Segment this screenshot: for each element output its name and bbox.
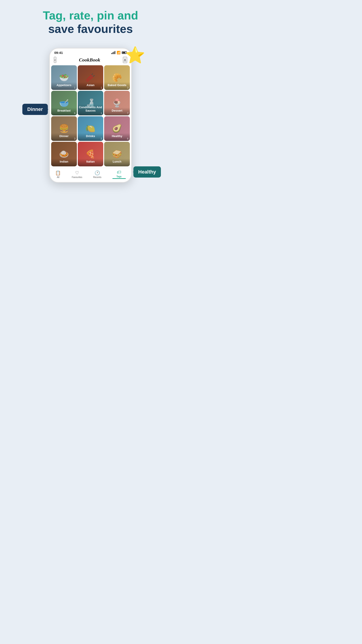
favourites-label: Favourites	[72, 176, 82, 178]
grid-item-dinner[interactable]: 🍔 Dinner 3	[51, 116, 77, 141]
grid-label: Indian	[51, 158, 77, 166]
food-emoji: 🥢	[85, 73, 95, 82]
food-emoji: 🥗	[59, 73, 69, 82]
food-emoji: 🥣	[59, 98, 69, 108]
recents-label: Recents	[93, 176, 101, 178]
grid-item-breakfast[interactable]: 🥣 Breakfast 6	[51, 91, 77, 116]
grid-count: 1	[74, 86, 75, 89]
bottom-navigation: 📋 All ♡ Favourites 🕐 Recents 🏷 Tags	[50, 168, 131, 182]
phone-mockup: ⭐ Dinner Healthy 09:41 📶 ‹ CookBook ∧	[49, 48, 132, 183]
app-header: ‹ CookBook ∧	[50, 56, 131, 65]
grid-label: Condiments And Sauces	[78, 104, 103, 116]
grid-item-drinks[interactable]: 🍋 Drinks 2	[78, 116, 103, 141]
status-bar: 09:41 📶	[50, 48, 131, 56]
wifi-icon: 📶	[117, 51, 120, 54]
food-emoji: 🍋	[85, 124, 95, 133]
grid-item-lunch[interactable]: 🥪 Lunch	[104, 142, 130, 166]
grid-label: Asian	[78, 82, 103, 90]
tags-label: Tags	[116, 175, 122, 178]
food-emoji: 🍨	[112, 98, 122, 108]
grid-item-asian[interactable]: 🥢 Asian 1	[78, 65, 103, 90]
favourites-icon: ♡	[75, 170, 79, 176]
food-emoji: 🥐	[112, 73, 122, 82]
food-emoji: 🥑	[112, 124, 122, 133]
grid-count: 3	[127, 86, 128, 89]
grid-label: Baked Goods	[104, 82, 130, 90]
app-title: CookBook	[79, 57, 100, 63]
grid-label: Lunch	[104, 158, 130, 166]
nav-item-recents[interactable]: 🕐 Recents	[93, 170, 101, 178]
hero-line2: save favourites	[48, 22, 133, 35]
hero-title: Tag, rate, pin and save favourites	[4, 9, 177, 36]
status-time: 09:41	[54, 51, 63, 54]
food-emoji: 🍔	[59, 124, 69, 133]
grid-count: 3	[74, 137, 75, 140]
food-emoji: 🍕	[85, 149, 95, 159]
grid-count: 2	[100, 137, 102, 140]
dinner-tooltip: Dinner	[22, 104, 48, 115]
grid-label: Healthy	[104, 133, 130, 141]
all-icon: 📋	[55, 170, 61, 176]
phone-screen: 09:41 📶 ‹ CookBook ∧ 🥗 Appetizers 1	[49, 48, 132, 183]
food-emoji: 🍛	[59, 149, 69, 159]
grid-count: 1	[100, 86, 102, 89]
status-icons: 📶	[111, 51, 127, 54]
grid-label: Breakfast	[51, 108, 77, 116]
grid-label: Dessert	[104, 108, 130, 116]
nav-item-tags[interactable]: 🏷 Tags	[112, 170, 126, 179]
grid-count: 7	[127, 112, 128, 114]
recents-icon: 🕐	[94, 170, 100, 176]
all-label: All	[57, 176, 59, 178]
grid-count: 1	[100, 112, 102, 114]
back-button[interactable]: ‹	[54, 57, 56, 63]
category-grid: 🥗 Appetizers 1 🥢 Asian 1 🥐 Baked Goods 3…	[50, 65, 131, 168]
hero-section: Tag, rate, pin and save favourites	[4, 9, 177, 42]
grid-label: Appetizers	[51, 82, 77, 90]
grid-count: 6	[127, 137, 128, 140]
grid-count: 6	[74, 112, 75, 114]
grid-item-appetizers[interactable]: 🥗 Appetizers 1	[51, 65, 77, 90]
grid-item-healthy[interactable]: 🥑 Healthy 6	[104, 116, 130, 141]
hero-line1: Tag, rate, pin and	[43, 9, 138, 22]
grid-item-indian[interactable]: 🍛 Indian	[51, 142, 77, 166]
food-emoji: 🥪	[112, 149, 122, 159]
nav-item-favourites[interactable]: ♡ Favourites	[72, 170, 82, 178]
grid-item-condiments-and-sauces[interactable]: 🍶 Condiments And Sauces 1	[78, 91, 103, 116]
grid-label: Italian	[78, 158, 103, 166]
grid-item-dessert[interactable]: 🍨 Dessert 7	[104, 91, 130, 116]
nav-item-all[interactable]: 📋 All	[55, 170, 61, 178]
grid-label: Dinner	[51, 133, 77, 141]
signal-icon	[111, 51, 115, 54]
healthy-tooltip: Healthy	[133, 166, 161, 178]
tags-icon: 🏷	[117, 170, 121, 175]
grid-item-italian[interactable]: 🍕 Italian	[78, 142, 103, 166]
grid-item-baked-goods[interactable]: 🥐 Baked Goods 3	[104, 65, 130, 90]
grid-label: Drinks	[78, 133, 103, 141]
star-icon: ⭐	[125, 46, 145, 64]
